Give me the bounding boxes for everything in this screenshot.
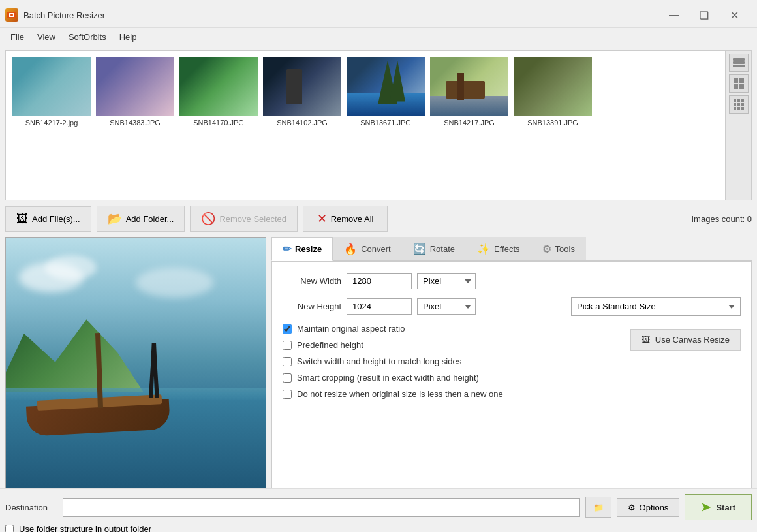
tab-convert[interactable]: 🔥 Convert [333,237,402,260]
new-height-input[interactable] [347,298,412,315]
menu-view[interactable]: View [32,29,61,44]
start-label: Start [716,503,735,512]
list-item[interactable]: SNB14102.JPG [262,56,343,128]
add-files-icon: 🖼 [16,212,28,226]
tools-icon: ⚙ [542,243,551,255]
predefined-height-checkbox[interactable] [283,341,292,350]
canvas-resize-button[interactable]: 🖼 Use Canvas Resize [630,329,741,351]
add-files-button[interactable]: 🖼 Add File(s)... [5,206,91,232]
menu-bar: File View SoftOrbits Help [0,28,757,46]
no-resize-small-checkbox[interactable] [283,390,292,399]
tab-tools[interactable]: ⚙ Tools [531,237,586,260]
rotate-icon: 🔄 [413,243,426,255]
list-item[interactable]: SNB14217-2.jpg [11,56,92,128]
list-item[interactable]: SNB13671.JPG [345,56,426,128]
right-panel: ✏ Resize 🔥 Convert 🔄 Rotate ✨ Effects ⚙ [271,237,752,488]
strip-view-btn-3[interactable] [729,95,749,114]
smart-crop-checkbox[interactable] [283,373,292,383]
new-height-row: New Height PixelPercentInchCentimeter Pi… [283,297,741,316]
minimize-button[interactable]: — [659,5,689,25]
svg-rect-11 [737,99,740,102]
switch-wh-checkbox[interactable] [283,357,292,366]
add-folder-label: Add Folder... [126,214,174,224]
remove-all-button[interactable]: ✕ Remove All [303,206,388,232]
thumb-label: SNB13671.JPG [360,119,411,127]
tab-resize-label: Resize [295,244,322,254]
predefined-height-row: Predefined height [283,340,615,350]
list-item[interactable]: SNB13391.JPG [512,56,593,128]
thumb-label: SNB14102.JPG [277,119,328,127]
options-label: Options [640,503,669,512]
new-width-unit-select[interactable]: PixelPercentInchCentimeter [417,273,476,289]
remove-selected-button[interactable]: 🚫 Remove Selected [190,206,298,232]
strip-view-btn-1[interactable] [729,54,749,72]
tab-resize[interactable]: ✏ Resize [271,237,333,261]
remove-all-icon: ✕ [317,211,327,226]
folder-structure-label[interactable]: Use folder structure in output folder [19,524,151,532]
convert-icon: 🔥 [344,243,357,255]
thumb-label: SNB14217-2.jpg [25,119,78,127]
smart-crop-label[interactable]: Smart cropping (result in exact width an… [297,373,479,383]
list-item[interactable]: SNB14170.JPG [178,56,259,128]
preview-panel [5,237,266,488]
switch-wh-label[interactable]: Switch width and height to match long si… [297,356,461,366]
maintain-aspect-row: Maintain original aspect ratio [283,324,615,334]
effects-icon: ✨ [477,243,490,255]
add-folder-button[interactable]: 📂 Add Folder... [97,206,185,232]
bottom-bar: Destination 📁 ⚙ Options ➤ Start Use fold… [0,488,757,532]
predefined-height-label[interactable]: Predefined height [297,340,363,350]
tab-effects-label: Effects [494,244,520,254]
standard-size-select[interactable]: Pick a Standard Size 800x6001024x7681280… [571,297,741,316]
restore-button[interactable]: ❑ [689,5,719,25]
destination-row: Destination 📁 ⚙ Options ➤ Start [5,494,752,520]
svg-rect-10 [734,99,736,102]
new-width-label: New Width [283,276,341,286]
svg-rect-8 [734,84,738,89]
svg-rect-6 [734,78,738,83]
add-files-label: Add File(s)... [32,214,80,224]
tab-rotate[interactable]: 🔄 Rotate [402,237,466,260]
remove-selected-label: Remove Selected [219,214,286,224]
maintain-aspect-label[interactable]: Maintain original aspect ratio [297,324,405,334]
folder-icon: 📁 [593,503,604,512]
list-item[interactable]: SNB14217.JPG [429,56,510,128]
destination-input[interactable] [63,498,580,517]
tab-convert-label: Convert [361,244,391,254]
close-button[interactable]: ✕ [719,5,749,25]
title-bar-left: Batch Picture Resizer [5,8,105,22]
folder-structure-checkbox[interactable] [5,525,14,532]
new-width-row: New Width PixelPercentInchCentimeter [283,273,741,289]
no-resize-small-label[interactable]: Do not resize when original size is less… [297,389,503,399]
svg-rect-9 [739,84,744,89]
remove-selected-icon: 🚫 [201,211,215,226]
menu-help[interactable]: Help [114,29,142,44]
menu-softorbits[interactable]: SoftOrbits [63,29,112,44]
maintain-aspect-checkbox[interactable] [283,324,292,334]
new-height-unit-select[interactable]: PixelPercentInchCentimeter [417,298,476,315]
canvas-resize-icon: 🖼 [641,335,650,345]
cloud-2 [45,255,97,280]
destination-label: Destination [5,503,57,512]
strip-view-btn-2[interactable] [729,74,749,93]
menu-file[interactable]: File [5,29,29,44]
options-icon: ⚙ [628,503,636,512]
svg-rect-7 [739,78,744,83]
svg-rect-3 [733,58,745,61]
svg-rect-17 [737,107,740,110]
svg-rect-16 [734,107,736,110]
tabs-bar: ✏ Resize 🔥 Convert 🔄 Rotate ✨ Effects ⚙ [271,237,752,262]
options-button[interactable]: ⚙ Options [617,498,680,517]
tab-tools-label: Tools [555,244,575,254]
new-width-input[interactable] [347,273,412,289]
remove-all-label: Remove All [331,214,374,224]
thumb-label: SNB14217.JPG [444,119,495,127]
resize-icon: ✏ [283,243,291,255]
window-title: Batch Picture Resizer [23,10,105,20]
tab-effects[interactable]: ✨ Effects [466,237,531,260]
start-button[interactable]: ➤ Start [685,494,752,520]
app-icon [5,8,18,22]
svg-rect-5 [733,65,745,67]
no-resize-small-row: Do not resize when original size is less… [283,389,615,399]
destination-folder-button[interactable]: 📁 [585,497,611,518]
list-item[interactable]: SNB14383.JPG [95,56,176,128]
